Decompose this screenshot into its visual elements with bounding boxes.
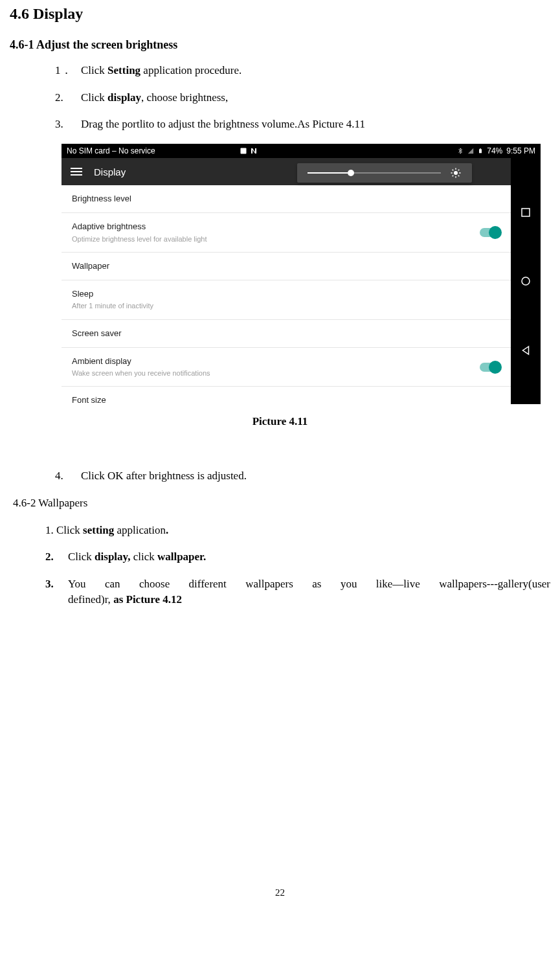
setting-ambient-display[interactable]: Ambient display Wake screen when you rec… <box>62 348 511 387</box>
list-number: 2. <box>45 549 54 565</box>
svg-line-10 <box>453 176 454 177</box>
bluetooth-icon <box>457 147 464 155</box>
setting-screen-saver[interactable]: Screen saver <box>62 320 511 348</box>
step-text-bold: display <box>107 91 141 104</box>
statusbar-right: 74% 9:55 PM <box>457 146 535 157</box>
steps-list: 4. Click OK after brightness is adjusted… <box>10 468 550 484</box>
svg-line-11 <box>458 170 460 171</box>
step-text-bold: . <box>166 524 168 536</box>
setting-subtitle: Optimize brightness level for available … <box>72 234 480 244</box>
setting-sleep[interactable]: Sleep After 1 minute of inactivity <box>62 280 511 320</box>
step-text: You can choose different wallpapers as y… <box>68 576 550 592</box>
step-text: Click <box>68 551 95 563</box>
app-bar: Display <box>62 158 511 185</box>
settings-list: Brightness level Adaptive brightness Opt… <box>62 185 511 404</box>
subsection-heading: 4.6-1 Adjust the screen brightness <box>10 37 550 53</box>
back-icon[interactable] <box>520 345 532 356</box>
step-text: 1. Click <box>45 524 83 536</box>
setting-font-size[interactable]: Font size Default <box>62 387 511 404</box>
statusbar-time: 9:55 PM <box>506 146 535 157</box>
list-item: 2. Click display, choose brightness, <box>55 90 550 106</box>
step-text-bold: Setting <box>107 64 140 76</box>
statusbar: No SIM card – No service 74% 9:55 PM <box>62 144 541 158</box>
svg-rect-12 <box>522 209 530 216</box>
step-text: application <box>114 524 166 536</box>
toggle-switch[interactable] <box>480 363 500 372</box>
svg-point-13 <box>522 277 530 285</box>
list-item: 3. Drag the portlito to adjust the brigh… <box>55 117 550 132</box>
setting-subtitle: After 1 minute of inactivity <box>72 301 500 311</box>
step-text: , choose brightness, <box>141 91 228 104</box>
figure-caption: Picture 4.11 <box>10 414 550 429</box>
setting-title: Ambient display <box>72 356 480 367</box>
step-text: Click OK after brightness is adjusted. <box>81 470 247 482</box>
setting-wallpaper[interactable]: Wallpaper <box>62 253 511 280</box>
svg-point-3 <box>454 171 458 175</box>
step-text: Click <box>81 91 107 104</box>
setting-title: Brightness level <box>72 193 500 205</box>
step-text-bold: display, <box>95 551 133 563</box>
list-number: 4. <box>55 468 63 484</box>
setting-title: Wallpaper <box>72 260 500 272</box>
list-item: 1． Click Setting application procedure. <box>55 63 550 78</box>
recent-apps-icon[interactable] <box>520 207 532 218</box>
svg-rect-0 <box>240 148 246 154</box>
toggle-switch[interactable] <box>480 228 500 237</box>
slider-thumb[interactable] <box>348 170 354 176</box>
brightness-icon <box>450 167 462 179</box>
appbar-title: Display <box>94 165 126 179</box>
slider-track[interactable] <box>308 172 441 174</box>
setting-title: Adaptive brightness <box>72 221 480 233</box>
brightness-slider[interactable] <box>297 163 472 183</box>
svg-line-8 <box>453 170 454 171</box>
statusbar-sim: No SIM card – No service <box>67 146 155 157</box>
svg-rect-2 <box>480 148 481 149</box>
list-number: 3. <box>45 576 54 592</box>
step-text: Click <box>81 64 107 76</box>
statusbar-notification-icons <box>240 147 258 155</box>
list-item: 1. Click setting application. <box>10 523 550 538</box>
navigation-bar <box>511 158 541 404</box>
step-text: click <box>133 551 157 563</box>
list-item: 2. Click display, click wallpaper. <box>45 549 550 565</box>
step-text-bold: wallpaper. <box>157 551 206 563</box>
battery-icon <box>478 147 483 155</box>
setting-brightness-level[interactable]: Brightness level <box>62 185 511 213</box>
step-text: Drag the portlito to adjust the brightne… <box>81 118 365 130</box>
subsection-heading: 4.6-2 Wallpapers <box>13 495 550 511</box>
battery-percent: 74% <box>487 146 502 157</box>
list-number: 1． <box>55 63 72 78</box>
n-icon <box>250 147 258 155</box>
svg-line-9 <box>458 176 460 177</box>
screenshot-figure: No SIM card – No service 74% 9:55 PM Dis… <box>62 144 541 404</box>
step-text-bold: as Picture 4.12 <box>113 593 182 606</box>
setting-adaptive-brightness[interactable]: Adaptive brightness Optimize brightness … <box>62 213 511 253</box>
image-icon <box>240 147 247 155</box>
setting-title: Sleep <box>72 288 500 300</box>
list-number: 2. <box>55 90 63 106</box>
setting-subtitle: Wake screen when you receive notificatio… <box>72 369 480 378</box>
section-heading: 4.6 Display <box>10 3 550 25</box>
steps-list: 1． Click Setting application procedure. … <box>10 63 550 132</box>
list-item: 4. Click OK after brightness is adjusted… <box>55 468 550 484</box>
step-text-bold: setting <box>83 524 114 536</box>
home-icon[interactable] <box>520 275 532 287</box>
setting-title: Screen saver <box>72 328 500 339</box>
setting-title: Font size <box>72 394 500 404</box>
svg-rect-1 <box>479 149 482 153</box>
step-text: defined)r, <box>68 593 113 606</box>
signal-icon <box>467 147 474 155</box>
step-text: application procedure. <box>140 64 241 76</box>
list-number: 3. <box>55 117 63 132</box>
page-number: 22 <box>10 886 550 900</box>
list-item: 3. You can choose different wallpapers a… <box>45 576 550 608</box>
steps-list: 2. Click display, click wallpaper. 3. Yo… <box>10 549 550 607</box>
hamburger-icon[interactable] <box>71 166 82 177</box>
